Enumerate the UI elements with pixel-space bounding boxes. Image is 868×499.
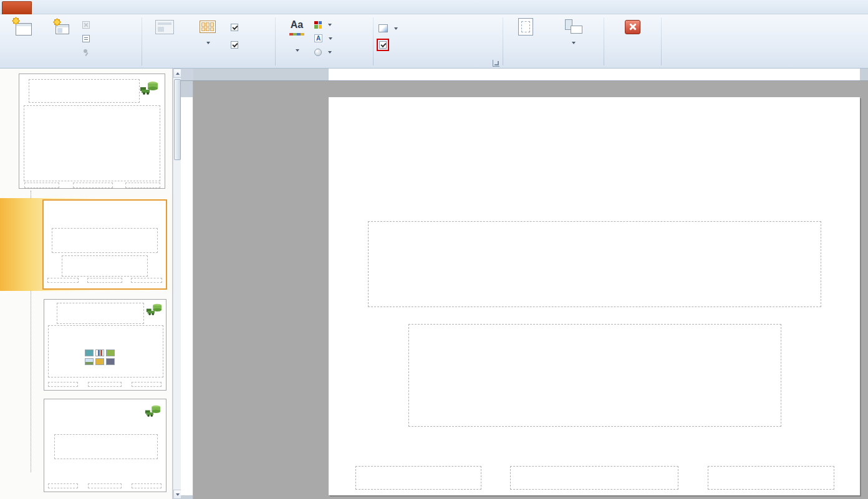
dropdown-arrow-icon: [328, 24, 332, 26]
footers-checkbox[interactable]: [231, 41, 238, 49]
footers-checkbox-row[interactable]: [231, 41, 241, 49]
rename-icon: [82, 35, 90, 42]
insert-placeholder-icon: [200, 17, 216, 37]
thumbnail-content-layout[interactable]: [44, 299, 166, 391]
horizontal-ruler-ticks: [193, 69, 868, 80]
rename-button[interactable]: [82, 32, 92, 44]
slide-thumbnail-panel: [0, 69, 173, 499]
powerpoint-window: Aa A: [0, 0, 868, 499]
slide-canvas: [193, 81, 868, 499]
vertical-ruler-ticks: [181, 81, 193, 499]
themes-button[interactable]: Aa: [281, 16, 313, 60]
ruler-corner: [181, 69, 193, 81]
close-master-view-button[interactable]: [609, 16, 656, 60]
theme-colors-icon: [314, 21, 322, 29]
pushpin-icon: [82, 49, 90, 56]
page-setup-icon: [518, 17, 533, 37]
background-graphic-clipart: [146, 303, 162, 315]
slide-editing-area[interactable]: [329, 97, 860, 495]
group-master-layout: [142, 14, 275, 69]
theme-effects-icon: [314, 49, 322, 56]
theme-effects-button[interactable]: [314, 46, 332, 58]
theme-fonts-icon: A: [314, 34, 322, 42]
scrollbar-thumb[interactable]: [174, 79, 181, 160]
file-tab[interactable]: [2, 1, 32, 14]
group-close: [604, 14, 661, 69]
mini-number-placeholder: [132, 382, 162, 387]
insert-placeholder-button[interactable]: [187, 16, 228, 60]
master-layout-button: [146, 16, 183, 60]
mini-footer-placeholder: [87, 278, 122, 283]
themes-icon: Aa: [287, 17, 306, 37]
master-title-placeholder: [29, 79, 140, 103]
background-styles-icon: [379, 24, 388, 32]
mini-number-placeholder: [125, 183, 160, 188]
mini-date-placeholder: [47, 278, 79, 283]
ribbon-tab-bar: [0, 0, 868, 14]
master-layout-icon: [155, 17, 174, 37]
section-text-placeholder: [54, 434, 158, 459]
background-graphic-clipart: [140, 80, 158, 95]
subtitle-placeholder[interactable]: [408, 324, 781, 427]
title-checkbox-row[interactable]: [231, 24, 241, 31]
delete-button: [82, 19, 92, 31]
dialog-launcher-icon[interactable]: [493, 60, 499, 67]
mini-date-placeholder: [24, 183, 59, 188]
group-edit-master: [0, 14, 142, 69]
layout-title-placeholder: [52, 228, 158, 253]
preserve-button: [82, 46, 92, 58]
thumbnail-title-layout[interactable]: [42, 199, 167, 290]
insert-layout-icon: [53, 17, 70, 37]
dropdown-arrow-icon: [394, 27, 398, 30]
theme-colors-button[interactable]: [314, 19, 332, 31]
theme-fonts-button[interactable]: A: [314, 32, 332, 44]
thumbnail-scrollbar[interactable]: [173, 69, 181, 499]
background-styles-button[interactable]: [379, 22, 398, 34]
vertical-ruler[interactable]: [181, 81, 193, 499]
arrow-up-icon: [176, 72, 180, 75]
insert-slide-master-icon: [12, 17, 33, 37]
title-placeholder[interactable]: [368, 221, 821, 307]
mini-footer-placeholder: [88, 483, 122, 488]
close-master-view-icon: [625, 17, 640, 37]
date-placeholder[interactable]: [355, 466, 481, 490]
mini-number-placeholder: [131, 278, 162, 283]
mini-footer-placeholder: [73, 183, 113, 188]
title-checkbox[interactable]: [231, 24, 238, 31]
dropdown-arrow-icon: [329, 37, 332, 40]
insert-slide-master-button[interactable]: [2, 16, 42, 60]
group-edit-theme: Aa A: [276, 14, 373, 69]
mini-number-placeholder: [132, 483, 162, 488]
slide-orientation-icon: [563, 17, 583, 37]
red-annotation-box: [377, 39, 389, 51]
dropdown-arrow-icon: [328, 51, 332, 54]
thumbnail-master-slide[interactable]: [19, 74, 165, 189]
layout-title-placeholder: [57, 303, 144, 324]
group-separator: [661, 17, 662, 65]
dropdown-arrow-icon: [206, 42, 210, 44]
background-graphic-clipart: [145, 404, 161, 417]
ribbon: Aa A: [0, 14, 868, 69]
dropdown-arrow-icon: [572, 42, 576, 44]
delete-icon: [82, 21, 90, 29]
dropdown-arrow-icon: [296, 49, 299, 52]
thumbnail-section-layout[interactable]: [44, 399, 166, 492]
page-setup-button[interactable]: [508, 16, 543, 60]
arrow-down-icon: [176, 493, 180, 496]
group-background: [374, 14, 503, 69]
layout-subtitle-placeholder: [62, 255, 148, 277]
footer-placeholder[interactable]: [510, 466, 678, 490]
master-body-placeholder: [24, 105, 160, 181]
slide-number-placeholder[interactable]: [708, 466, 834, 490]
mini-date-placeholder: [48, 483, 78, 488]
layout-body-placeholder: [48, 325, 163, 378]
group-page-setup: [503, 14, 604, 69]
content-placeholder-icons: [85, 349, 115, 365]
insert-layout-button[interactable]: [44, 16, 80, 60]
horizontal-ruler[interactable]: [193, 69, 868, 81]
mini-date-placeholder: [48, 382, 78, 387]
mini-footer-placeholder: [88, 382, 122, 387]
slide-orientation-button[interactable]: [549, 16, 597, 60]
